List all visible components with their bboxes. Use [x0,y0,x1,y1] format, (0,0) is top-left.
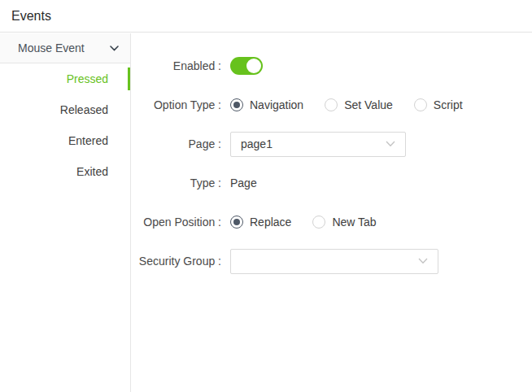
sidebar-item-entered[interactable]: Entered [0,125,130,156]
option-type-row: Option Type : Navigation Set Value Scrip… [131,85,532,124]
sidebar-item-label: Exited [76,165,108,178]
page-select[interactable]: page1 [230,132,406,157]
open-position-row: Open Position : Replace New Tab [131,203,532,242]
enabled-row: Enabled : [131,46,532,85]
radio-label: Set Value [344,98,393,111]
security-group-label: Security Group : [131,255,221,268]
event-settings-panel: Enabled : Option Type : Navigation Set V… [131,33,532,392]
radio-script[interactable]: Script [414,98,463,111]
sidebar-item-list: Pressed Released Entered Exited [0,63,130,187]
page-title: Events [11,9,51,24]
radio-label: New Tab [332,216,376,229]
radio-new-tab[interactable]: New Tab [312,216,376,229]
chevron-down-icon [386,141,395,147]
radio-set-value[interactable]: Set Value [325,98,393,111]
radio-label: Script [434,98,463,111]
radio-label: Replace [250,216,291,229]
toggle-knob [246,59,261,73]
sidebar-item-exited[interactable]: Exited [0,156,130,187]
page-select-value: page1 [241,137,273,150]
sidebar-item-label: Entered [68,134,108,147]
event-type-dropdown[interactable]: Mouse Event [0,33,130,63]
enabled-toggle[interactable] [230,57,263,75]
open-position-label: Open Position : [131,216,221,229]
radio-icon [230,98,243,111]
page-label: Page : [131,137,221,150]
type-label: Type : [131,176,221,189]
security-group-select[interactable] [230,249,438,274]
chevron-down-icon [110,46,119,51]
security-group-row: Security Group : [131,242,532,281]
radio-icon [230,216,243,229]
radio-icon [312,216,325,229]
radio-icon [325,98,338,111]
sidebar-item-label: Released [60,103,108,116]
sidebar: Mouse Event Pressed Released Entered Exi… [0,33,131,392]
option-type-label: Option Type : [131,98,221,111]
radio-navigation[interactable]: Navigation [230,98,303,111]
event-type-label: Mouse Event [18,41,85,54]
sidebar-item-released[interactable]: Released [0,94,130,125]
sidebar-item-pressed[interactable]: Pressed [0,63,130,94]
header: Events [0,0,532,33]
enabled-label: Enabled : [131,59,221,72]
sidebar-item-label: Pressed [67,72,108,85]
type-value: Page [230,176,257,189]
type-row: Type : Page [131,163,532,203]
radio-icon [414,98,427,111]
page-row: Page : page1 [131,124,532,163]
radio-replace[interactable]: Replace [230,216,291,229]
radio-label: Navigation [250,98,303,111]
chevron-down-icon [418,258,428,264]
